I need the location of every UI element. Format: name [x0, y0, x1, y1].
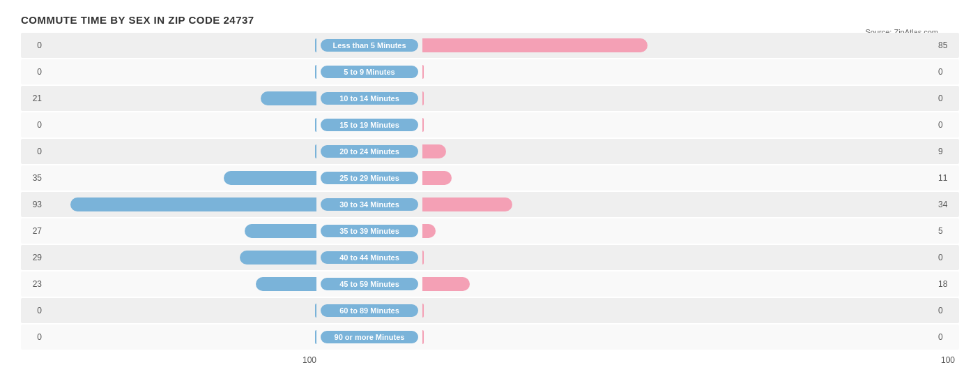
- x-axis-left: 100: [21, 355, 321, 365]
- male-value: 23: [21, 279, 42, 289]
- chart-row: 2345 to 59 Minutes18: [21, 271, 959, 297]
- male-bar-wrap: [45, 251, 316, 265]
- right-section: 18: [418, 277, 959, 291]
- female-bar-wrap: [422, 304, 935, 318]
- right-section: 5: [418, 224, 959, 238]
- male-bar: [315, 65, 316, 79]
- male-bar: [315, 304, 316, 318]
- right-section: 0: [418, 251, 959, 265]
- female-bar-wrap: [422, 38, 935, 52]
- male-bar-wrap: [45, 198, 316, 211]
- male-bar: [315, 144, 316, 158]
- male-bar-wrap: [45, 144, 316, 158]
- chart-row: 2735 to 39 Minutes5: [21, 218, 959, 244]
- right-section: 9: [418, 144, 959, 158]
- male-bar: [315, 118, 316, 132]
- row-label: 60 to 89 Minutes: [321, 304, 418, 317]
- male-value: 0: [21, 40, 42, 50]
- female-bar-wrap: [422, 224, 935, 238]
- male-bar: [315, 38, 316, 52]
- female-value: 34: [938, 200, 959, 209]
- right-section: 0: [418, 118, 959, 132]
- right-section: 34: [418, 198, 959, 211]
- male-bar: [224, 171, 316, 185]
- left-section: 29: [21, 251, 321, 265]
- left-section: 21: [21, 91, 321, 105]
- female-bar: [422, 304, 424, 318]
- left-section: 0: [21, 330, 321, 344]
- female-value: 85: [938, 40, 959, 50]
- male-value: 0: [21, 67, 42, 77]
- female-value: 0: [938, 94, 959, 103]
- row-label: 30 to 34 Minutes: [321, 198, 418, 211]
- male-bar-wrap: [45, 38, 316, 52]
- female-bar-wrap: [422, 171, 935, 185]
- chart-title: COMMUTE TIME BY SEX IN ZIP CODE 24737: [21, 14, 959, 26]
- female-bar: [422, 224, 436, 238]
- male-bar-wrap: [45, 118, 316, 132]
- chart-row: 05 to 9 Minutes0: [21, 59, 959, 84]
- female-bar-wrap: [422, 251, 935, 265]
- female-bar: [422, 171, 452, 185]
- male-bar-wrap: [45, 224, 316, 238]
- female-bar: [422, 91, 424, 105]
- chart-row: 020 to 24 Minutes9: [21, 139, 959, 164]
- female-bar: [422, 118, 424, 132]
- male-value: 0: [21, 306, 42, 315]
- chart-row: 9330 to 34 Minutes34: [21, 192, 959, 217]
- male-bar: [70, 198, 316, 211]
- female-bar-wrap: [422, 65, 935, 79]
- male-value: 0: [21, 120, 42, 130]
- right-section: 0: [418, 330, 959, 344]
- female-bar-wrap: [422, 144, 935, 158]
- female-value: 0: [938, 253, 959, 262]
- right-section: 0: [418, 65, 959, 79]
- male-bar: [240, 251, 316, 265]
- male-bar: [315, 330, 316, 344]
- female-bar-wrap: [422, 198, 935, 211]
- row-label: 10 to 14 Minutes: [321, 92, 418, 105]
- female-value: 0: [938, 332, 959, 342]
- left-section: 23: [21, 277, 321, 291]
- male-bar-wrap: [45, 330, 316, 344]
- female-value: 9: [938, 147, 959, 156]
- female-value: 11: [938, 173, 959, 183]
- row-label: 15 to 19 Minutes: [321, 119, 418, 131]
- row-label: 40 to 44 Minutes: [321, 251, 418, 264]
- chart-row: 060 to 89 Minutes0: [21, 298, 959, 323]
- male-value: 93: [21, 200, 42, 209]
- row-label: 35 to 39 Minutes: [321, 225, 418, 237]
- row-label: 45 to 59 Minutes: [321, 278, 418, 290]
- male-bar: [261, 91, 316, 105]
- female-value: 18: [938, 279, 959, 289]
- female-bar-wrap: [422, 91, 935, 105]
- female-bar: [422, 198, 512, 211]
- chart-row: 015 to 19 Minutes0: [21, 112, 959, 137]
- male-bar-wrap: [45, 277, 316, 291]
- row-label: 5 to 9 Minutes: [321, 66, 418, 78]
- male-value: 0: [21, 147, 42, 156]
- right-section: 0: [418, 91, 959, 105]
- chart-area: 0Less than 5 Minutes8505 to 9 Minutes021…: [21, 33, 959, 350]
- male-bar-wrap: [45, 91, 316, 105]
- chart-row: 3525 to 29 Minutes11: [21, 165, 959, 191]
- left-section: 0: [21, 118, 321, 132]
- left-section: 93: [21, 198, 321, 211]
- female-bar: [422, 65, 424, 79]
- female-bar: [422, 277, 470, 291]
- right-section: 0: [418, 304, 959, 318]
- male-value: 29: [21, 253, 42, 262]
- left-section: 0: [21, 65, 321, 79]
- row-label: 20 to 24 Minutes: [321, 145, 418, 158]
- female-bar: [422, 144, 446, 158]
- row-label: Less than 5 Minutes: [321, 39, 418, 52]
- male-value: 35: [21, 173, 42, 183]
- left-section: 0: [21, 144, 321, 158]
- female-bar-wrap: [422, 118, 935, 132]
- male-bar-wrap: [45, 65, 316, 79]
- right-section: 85: [418, 38, 959, 52]
- chart-row: 2110 to 14 Minutes0: [21, 86, 959, 111]
- female-bar: [422, 38, 648, 52]
- male-value: 0: [21, 332, 42, 342]
- female-bar: [422, 330, 424, 344]
